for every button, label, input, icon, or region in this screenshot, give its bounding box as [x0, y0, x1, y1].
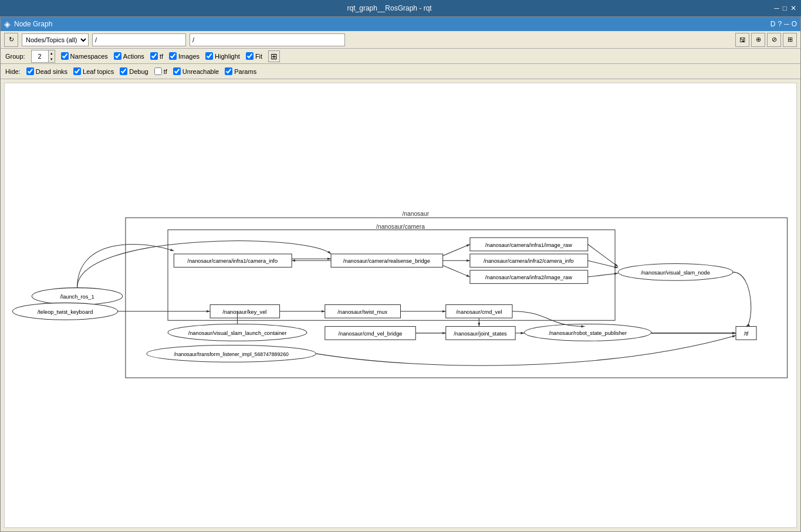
svg-text:/nanosaur/visual_slam_launch_c: /nanosaur/visual_slam_launch_container — [188, 330, 287, 336]
svg-text:/nanosaur/joint_states: /nanosaur/joint_states — [454, 331, 507, 337]
actions-checkbox[interactable] — [114, 52, 121, 60]
fullscreen-button[interactable]: ⊞ — [783, 33, 797, 47]
debug-label[interactable]: Debug — [120, 67, 148, 75]
leaf-topics-checkbox[interactable] — [73, 67, 81, 75]
help-button[interactable]: ? — [778, 20, 782, 28]
svg-text:/launch_ros_1: /launch_ros_1 — [60, 294, 94, 300]
copy-button[interactable]: ⊕ — [751, 33, 765, 47]
svg-text:/nanosaur/cmd_vel: /nanosaur/cmd_vel — [456, 309, 502, 315]
svg-point-27 — [12, 303, 117, 320]
svg-rect-7 — [331, 254, 443, 267]
panel-title: Node Graph — [14, 20, 52, 28]
namespaces-checkbox-label[interactable]: Namespaces — [61, 52, 108, 60]
images-checkbox[interactable] — [169, 52, 177, 60]
svg-point-33 — [147, 345, 316, 362]
namespaces-label: Namespaces — [70, 53, 108, 60]
hide-label: Hide: — [5, 68, 21, 75]
fit-icon-button[interactable]: ⊞ — [268, 50, 280, 62]
group-spinner[interactable]: ▲ ▼ — [31, 50, 55, 63]
help-icon[interactable]: D — [770, 20, 776, 28]
hide-tf-checkbox[interactable] — [154, 67, 162, 75]
fit-checkbox-label[interactable]: Fit — [246, 52, 262, 60]
spin-down[interactable]: ▼ — [48, 56, 55, 62]
tf-label: tf — [160, 53, 163, 60]
svg-point-25 — [32, 288, 122, 305]
fit-checkbox[interactable] — [246, 52, 254, 60]
refresh-button[interactable]: ↻ — [4, 33, 18, 47]
images-checkbox-label[interactable]: Images — [169, 52, 200, 60]
fit-label: Fit — [255, 53, 262, 60]
svg-rect-3 — [168, 230, 615, 320]
hide-tf-label[interactable]: tf — [154, 67, 167, 75]
images-label: Images — [178, 53, 200, 60]
filter1-input[interactable] — [92, 33, 186, 46]
panel-title-bar: ◈ Node Graph D ? ─ O — [1, 17, 800, 31]
options-bar: Group: ▲ ▼ Namespaces Actions tf Images … — [1, 49, 800, 64]
svg-line-50 — [588, 260, 618, 267]
svg-rect-13 — [470, 270, 588, 284]
dash-button[interactable]: ─ — [784, 20, 789, 28]
svg-text:/nanosaur/cmd_vel_bridge: /nanosaur/cmd_vel_bridge — [339, 331, 403, 337]
panel-close[interactable]: O — [792, 20, 797, 28]
hide-tf-text: tf — [164, 68, 167, 75]
highlight-checkbox[interactable] — [205, 52, 213, 60]
params-label[interactable]: Params — [225, 67, 256, 75]
save-button[interactable]: 🖫 — [735, 33, 749, 47]
svg-text:/nanosaur/camera/infra2/camera: /nanosaur/camera/infra2/camera_info — [484, 258, 574, 264]
graph-area[interactable]: /nanosaur /nanosaur/camera /nanosaur/cam… — [4, 83, 797, 528]
title-bar-title: rqt_graph__RosGraph - rqt — [5, 4, 774, 12]
maximize-button[interactable]: □ — [783, 4, 787, 12]
highlight-label: Highlight — [215, 53, 240, 60]
actions-checkbox-label[interactable]: Actions — [114, 52, 144, 60]
debug-checkbox[interactable] — [120, 67, 127, 75]
svg-text:/nanosaur/key_vel: /nanosaur/key_vel — [222, 309, 266, 315]
svg-rect-1 — [126, 218, 788, 378]
svg-line-47 — [443, 244, 470, 256]
unreachable-label[interactable]: Unreachable — [173, 67, 219, 75]
svg-text:/teleop_twist_keyboard: /teleop_twist_keyboard — [38, 309, 93, 315]
svg-rect-9 — [470, 238, 588, 251]
close-button[interactable]: ✕ — [790, 4, 796, 12]
actions-label: Actions — [123, 53, 144, 60]
svg-rect-15 — [210, 304, 279, 318]
svg-rect-11 — [470, 254, 588, 267]
svg-text:/nanosaur/camera/infra1/image_: /nanosaur/camera/infra1/image_raw — [485, 242, 572, 248]
dead-sinks-checkbox[interactable] — [26, 67, 34, 75]
unreachable-checkbox[interactable] — [173, 67, 181, 75]
panel-icon: ◈ — [4, 19, 11, 29]
svg-text:/nanosaur/camera/infra1/camera: /nanosaur/camera/infra1/camera_info — [187, 258, 278, 264]
main-window: ◈ Node Graph D ? ─ O ↻ Nodes/Topics (all… — [0, 16, 801, 532]
svg-rect-23 — [446, 327, 515, 340]
dead-sinks-text: Dead sinks — [36, 68, 67, 75]
graph-svg: /nanosaur /nanosaur/camera /nanosaur/cam… — [5, 83, 796, 527]
group-label: Group: — [5, 53, 25, 60]
highlight-checkbox-label[interactable]: Highlight — [205, 52, 240, 60]
hide-bar: Hide: Dead sinks Leaf topics Debug tf Un… — [1, 64, 800, 79]
svg-text:/tf: /tf — [744, 331, 749, 337]
svg-rect-19 — [446, 304, 512, 318]
tf-checkbox[interactable] — [150, 52, 158, 60]
dead-sinks-label[interactable]: Dead sinks — [26, 67, 67, 75]
svg-text:/nanosaur/camera/infra2/image_: /nanosaur/camera/infra2/image_raw — [485, 275, 572, 280]
unreachable-text: Unreachable — [182, 68, 219, 75]
svg-text:/nanosaur/visual_slam_node: /nanosaur/visual_slam_node — [641, 270, 710, 276]
tf-checkbox-label[interactable]: tf — [150, 52, 163, 60]
filter2-input[interactable] — [190, 33, 345, 46]
group-value[interactable] — [32, 50, 48, 62]
right-toolbar: 🖫 ⊕ ⊘ ⊞ — [735, 33, 797, 47]
svg-rect-37 — [736, 327, 756, 340]
params-checkbox[interactable] — [225, 67, 232, 75]
svg-text:/nanosaur/camera/realsense_bri: /nanosaur/camera/realsense_bridge — [343, 258, 430, 264]
svg-text:/nanosaur/transform_listener_i: /nanosaur/transform_listener_impl_568747… — [174, 351, 289, 357]
svg-text:/nanosaur/robot_state_publishe: /nanosaur/robot_state_publisher — [549, 330, 627, 336]
spin-up[interactable]: ▲ — [48, 50, 55, 56]
debug-text: Debug — [129, 68, 148, 75]
svg-line-52 — [588, 273, 618, 277]
namespaces-checkbox[interactable] — [61, 52, 69, 60]
view-mode-dropdown[interactable]: Nodes/Topics (all) Nodes only Topics onl… — [22, 33, 89, 46]
svg-text:/nanosaur/twist_mux: /nanosaur/twist_mux — [337, 309, 387, 315]
leaf-topics-label[interactable]: Leaf topics — [73, 67, 114, 75]
title-bar: rqt_graph__RosGraph - rqt ─ □ ✕ — [0, 0, 801, 16]
minimize-button[interactable]: ─ — [774, 4, 779, 12]
refresh2-button[interactable]: ⊘ — [767, 33, 781, 47]
